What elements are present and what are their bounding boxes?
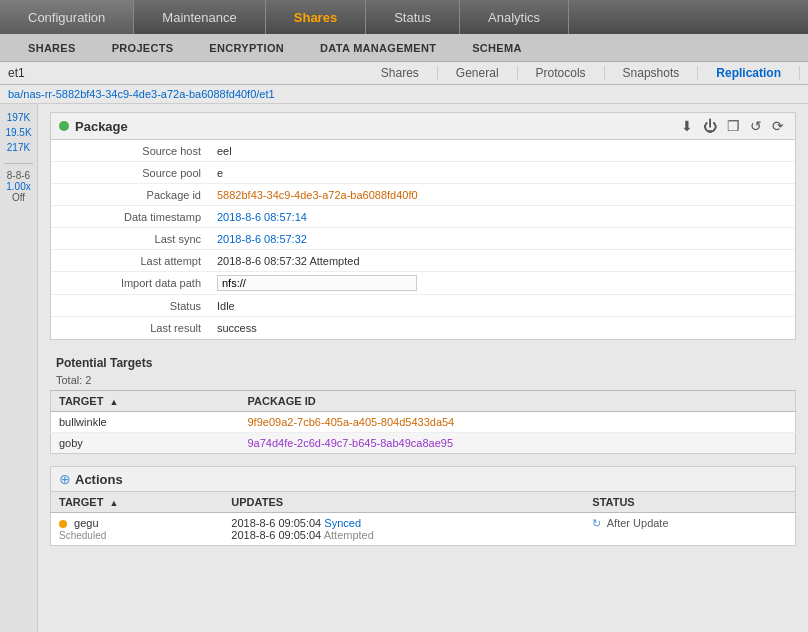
subnav-schema[interactable]: SCHEMA (454, 34, 539, 61)
sidebar-zoom[interactable]: 1.00x (6, 181, 30, 192)
last-attempt-label: Last attempt (51, 252, 211, 270)
import-data-path-row: Import data path (51, 272, 795, 295)
last-result-label: Last result (51, 319, 211, 337)
sidebar-off: Off (12, 192, 25, 203)
tab-shares[interactable]: Shares (363, 66, 438, 80)
power-icon[interactable]: ⏻ (700, 117, 720, 135)
package-id-bullwinkle[interactable]: 9f9e09a2-7cb6-405a-a405-804d5433da54 (240, 412, 796, 433)
package-section-header: Package ⬇ ⏻ ❐ ↺ ⟳ (50, 112, 796, 140)
package-id-label: Package id (51, 186, 211, 204)
breadcrumb-link[interactable]: ba/nas-rr-5882bf43-34c9-4de3-a72a-ba6088… (8, 88, 275, 100)
actions-header: ⊕ Actions (50, 466, 796, 492)
main-area: 197K 19.5K 217K 8-8-6 1.00x Off Package … (0, 104, 808, 632)
last-sync-value: 2018-8-6 08:57:32 (211, 230, 795, 248)
col-header-package-id: PACKAGE ID (240, 391, 796, 412)
data-timestamp-value: 2018-8-6 08:57:14 (211, 208, 795, 226)
last-attempt-datetime: 2018-8-6 08:57:32 (217, 255, 307, 267)
potential-targets-total: Total: 2 (50, 374, 796, 390)
action-status-text: After Update (607, 517, 669, 529)
source-pool-row: Source pool e (51, 162, 795, 184)
target-name-goby: goby (51, 433, 240, 454)
sidebar-value-1[interactable]: 197K (7, 112, 30, 123)
import-data-path-value[interactable] (211, 272, 795, 294)
package-id-value[interactable]: 5882bf43-34c9-4de3-a72a-ba6088fd40f0 (211, 186, 795, 204)
refresh-icon[interactable]: ⟳ (769, 117, 787, 135)
action-updates-gegu: 2018-8-6 09:05:04 Synced 2018-8-6 09:05:… (223, 513, 584, 546)
target-status-dot (59, 520, 67, 528)
package-id-row: Package id 5882bf43-34c9-4de3-a72a-ba608… (51, 184, 795, 206)
source-host-value: eel (211, 142, 795, 160)
status-label: Status (51, 297, 211, 315)
nav-configuration[interactable]: Configuration (0, 0, 134, 34)
subnav-data-management[interactable]: DATA MANAGEMENT (302, 34, 454, 61)
second-nav: SHARES PROJECTS ENCRYPTION DATA MANAGEME… (0, 34, 808, 62)
source-host-label: Source host (51, 142, 211, 160)
subnav-projects[interactable]: PROJECTS (94, 34, 192, 61)
action-target-name: gegu (74, 517, 98, 529)
actions-col-status: STATUS (584, 492, 795, 513)
package-status-dot (59, 121, 69, 131)
package-id-goby[interactable]: 9a74d4fe-2c6d-49c7-b645-8ab49ca8ae95 (240, 433, 796, 454)
page-id-row: et1 Shares General Protocols Snapshots R… (0, 62, 808, 85)
data-timestamp-label: Data timestamp (51, 208, 211, 226)
package-icons: ⬇ ⏻ ❐ ↺ ⟳ (678, 117, 787, 135)
package-detail-table: Source host eel Source pool e Package id… (50, 140, 796, 340)
actions-sort-icon[interactable]: ▲ (109, 498, 118, 508)
data-timestamp-row: Data timestamp 2018-8-6 08:57:14 (51, 206, 795, 228)
source-pool-label: Source pool (51, 164, 211, 182)
nav-shares[interactable]: Shares (266, 0, 366, 34)
potential-targets-title: Potential Targets (50, 352, 796, 374)
action-row-gegu: gegu Scheduled 2018-8-6 09:05:04 Synced … (51, 513, 796, 546)
tab-replication[interactable]: Replication (698, 66, 800, 80)
tab-protocols[interactable]: Protocols (518, 66, 605, 80)
last-result-value: success (211, 319, 795, 337)
package-title-text: Package (75, 119, 128, 134)
actions-title: Actions (75, 472, 123, 487)
last-attempt-row: Last attempt 2018-8-6 08:57:32 Attempted (51, 250, 795, 272)
action-update1-date: 2018-8-6 09:05:04 (231, 517, 321, 529)
col-header-target: TARGET ▲ (51, 391, 240, 412)
last-attempt-value: 2018-8-6 08:57:32 Attempted (211, 252, 795, 270)
import-data-path-input[interactable] (217, 275, 417, 291)
left-sidebar: 197K 19.5K 217K 8-8-6 1.00x Off (0, 104, 38, 632)
package-title: Package (59, 119, 128, 134)
target-name-bullwinkle: bullwinkle (51, 412, 240, 433)
sort-icon[interactable]: ▲ (109, 397, 118, 407)
download-icon[interactable]: ⬇ (678, 117, 696, 135)
page-id-label: et1 (8, 66, 25, 80)
actions-col-updates: UPDATES (223, 492, 584, 513)
action-refresh-icon: ↻ (592, 517, 601, 529)
top-nav: Configuration Maintenance Shares Status … (0, 0, 808, 34)
subnav-encryption[interactable]: ENCRYPTION (191, 34, 302, 61)
actions-table: TARGET ▲ UPDATES STATUS gegu Scheduled (50, 492, 796, 546)
nav-analytics[interactable]: Analytics (460, 0, 569, 34)
sidebar-value-2[interactable]: 19.5K (5, 127, 31, 138)
last-sync-row: Last sync 2018-8-6 08:57:32 (51, 228, 795, 250)
target-row-goby: goby 9a74d4fe-2c6d-49c7-b645-8ab49ca8ae9… (51, 433, 796, 454)
source-pool-value: e (211, 164, 795, 182)
sidebar-value-3[interactable]: 217K (7, 142, 30, 153)
nav-maintenance[interactable]: Maintenance (134, 0, 265, 34)
tab-snapshots[interactable]: Snapshots (605, 66, 699, 80)
nav-status[interactable]: Status (366, 0, 460, 34)
breadcrumb: ba/nas-rr-5882bf43-34c9-4de3-a72a-ba6088… (0, 85, 808, 104)
potential-targets-section: Potential Targets Total: 2 TARGET ▲ PACK… (50, 352, 796, 454)
subnav-shares[interactable]: SHARES (10, 34, 94, 61)
status-row: Status Idle (51, 295, 795, 317)
content-panel: Package ⬇ ⏻ ❐ ↺ ⟳ Source host eel Source… (38, 104, 808, 632)
action-status-gegu: ↻ After Update (584, 513, 795, 546)
target-row-bullwinkle: bullwinkle 9f9e09a2-7cb6-405a-a405-804d5… (51, 412, 796, 433)
tab-general[interactable]: General (438, 66, 518, 80)
potential-targets-table: TARGET ▲ PACKAGE ID bullwinkle 9f9e09a2-… (50, 390, 796, 454)
actions-col-target: TARGET ▲ (51, 492, 224, 513)
import-data-path-label: Import data path (51, 274, 211, 292)
action-scheduled-label: Scheduled (59, 530, 106, 541)
add-action-icon[interactable]: ⊕ (59, 471, 71, 487)
link-icon[interactable]: ↺ (747, 117, 765, 135)
source-host-row: Source host eel (51, 140, 795, 162)
copy-icon[interactable]: ❐ (724, 117, 743, 135)
sidebar-range: 8-8-6 (7, 170, 30, 181)
last-result-row: Last result success (51, 317, 795, 339)
action-update2-date: 2018-8-6 09:05:04 (231, 529, 321, 541)
action-target-gegu: gegu Scheduled (51, 513, 224, 546)
